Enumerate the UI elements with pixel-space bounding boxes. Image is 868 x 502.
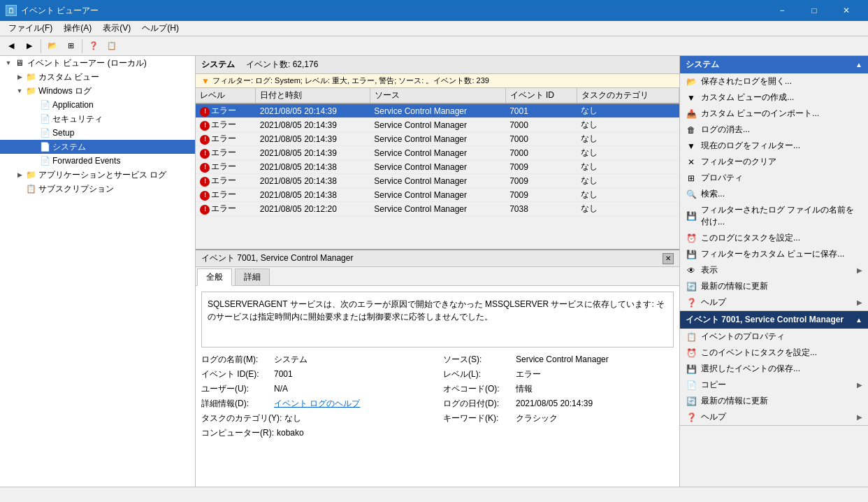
- tree-windows-log[interactable]: ▼ 📁 Windows ログ: [0, 84, 195, 98]
- tree-custom-view[interactable]: ▶ 📁 カスタム ビュー: [0, 70, 195, 84]
- action-item-label: カスタム ビューの作成...: [701, 92, 862, 103]
- table-row[interactable]: ！エラー2021/08/05 20:14:38Service Control M…: [196, 188, 679, 202]
- cell-eventid: 7009: [505, 188, 577, 202]
- submenu-arrow-icon: ▶: [857, 381, 862, 389]
- col-category[interactable]: タスクのカテゴリ: [577, 88, 679, 103]
- action-item[interactable]: 📄コピー▶: [680, 377, 868, 393]
- tree-setup[interactable]: ▶ 📄 Setup: [0, 126, 195, 140]
- tree-root[interactable]: ▼ 🖥 イベント ビューアー (ローカル): [0, 56, 195, 70]
- cell-eventid: 7000: [505, 146, 577, 160]
- action-item-label: ヘルプ: [701, 411, 853, 423]
- action-item[interactable]: 💾選択したイベントの保存...: [680, 361, 868, 377]
- action-item-label: 選択したイベントの保存...: [701, 363, 862, 375]
- tree-security[interactable]: ▶ 📄 セキュリティ: [0, 112, 195, 126]
- tree-application[interactable]: ▶ 📄 Application: [0, 98, 195, 112]
- content-area: システム イベント数: 62,176 ▼ フィルター: ログ: System; …: [196, 56, 868, 487]
- subscription-label: サブスクリプション: [38, 183, 114, 195]
- menu-help[interactable]: ヘルプ(H): [136, 21, 185, 36]
- tree-subscription[interactable]: ▶ 📋 サブスクリプション: [0, 182, 195, 196]
- minimize-button[interactable]: −: [766, 0, 798, 21]
- table-row[interactable]: ！エラー2021/08/05 20:14:39Service Control M…: [196, 118, 679, 132]
- action-item[interactable]: ⏰このログにタスクを設定...: [680, 230, 868, 246]
- menu-view[interactable]: 表示(V): [97, 21, 136, 36]
- toolbar-grid[interactable]: ⊞: [62, 38, 79, 54]
- tab-general[interactable]: 全般: [197, 268, 232, 286]
- col-datetime[interactable]: 日付と時刻: [256, 88, 370, 103]
- table-row[interactable]: ！エラー2021/08/05 20:12:20Service Control M…: [196, 202, 679, 216]
- action-item[interactable]: 💾フィルターされたログ ファイルの名前を付け...: [680, 202, 868, 230]
- action-item[interactable]: ⏰このイベントにタスクを設定...: [680, 345, 868, 361]
- tab-detail[interactable]: 詳細: [235, 268, 270, 285]
- system-label: システム: [52, 141, 86, 153]
- menu-action[interactable]: 操作(A): [58, 21, 97, 36]
- table-row[interactable]: ！エラー2021/08/05 20:14:38Service Control M…: [196, 160, 679, 174]
- field-label: コンピューター(R):: [201, 427, 274, 439]
- tree-app-services[interactable]: ▶ 📁 アプリケーションとサービス ログ: [0, 168, 195, 182]
- field-value: 情報: [516, 383, 533, 395]
- refresh-icon: 🔄: [686, 396, 697, 407]
- col-eventid[interactable]: イベント ID: [505, 88, 577, 103]
- field-label: ソース(S):: [443, 354, 513, 366]
- setup-label: Setup: [52, 128, 74, 138]
- action-item[interactable]: 👁表示▶: [680, 262, 868, 278]
- cell-datetime: 2021/08/05 20:14:38: [256, 174, 370, 188]
- event-table-container[interactable]: レベル 日付と時刻 ソース イベント ID タスクのカテゴリ ！エラー2021/…: [196, 88, 679, 249]
- action-item[interactable]: 💾フィルターをカスタム ビューに保存...: [680, 246, 868, 262]
- col-source[interactable]: ソース: [370, 88, 505, 103]
- toolbar-open[interactable]: 📂: [44, 38, 61, 54]
- field-label: イベント ID(E):: [201, 368, 271, 380]
- action-item[interactable]: 🔍検索...: [680, 186, 868, 202]
- action-item[interactable]: ❓ヘルプ▶: [680, 294, 868, 310]
- action-item[interactable]: ▼現在のログをフィルター...: [680, 138, 868, 154]
- menu-file[interactable]: ファイル(F): [3, 21, 58, 36]
- toolbar-info[interactable]: 📋: [103, 38, 120, 54]
- action-item[interactable]: 📋イベントのプロパティ: [680, 329, 868, 345]
- maximize-button[interactable]: □: [798, 0, 830, 21]
- table-row[interactable]: ！エラー2021/08/05 20:14:39Service Control M…: [196, 146, 679, 160]
- cell-datetime: 2021/08/05 20:14:38: [256, 160, 370, 174]
- section-collapse-button[interactable]: ▲: [855, 316, 862, 324]
- toolbar-help[interactable]: ❓: [85, 38, 102, 54]
- field-value: 2021/08/05 20:14:39: [516, 399, 593, 408]
- field-value[interactable]: イベント ログのヘルプ: [274, 398, 360, 410]
- toolbar-back[interactable]: ◀: [3, 38, 20, 54]
- forwarded-icon: 📄: [39, 155, 50, 166]
- action-item[interactable]: 🔄最新の情報に更新: [680, 278, 868, 294]
- view-icon: 👁: [686, 265, 697, 276]
- tree-system[interactable]: ▶ 📄 システム: [0, 140, 195, 154]
- cell-category: なし: [577, 132, 679, 146]
- detail-field: ログの名前(M):システム: [201, 353, 432, 366]
- action-item[interactable]: 📥カスタム ビューのインポート...: [680, 106, 868, 122]
- toolbar-sep-2: [82, 39, 82, 53]
- action-item[interactable]: 🗑ログの消去...: [680, 122, 868, 138]
- action-item-label: 表示: [701, 264, 853, 276]
- action-item[interactable]: ✕フィルターのクリア: [680, 154, 868, 170]
- table-row[interactable]: ！エラー2021/08/05 20:14:39Service Control M…: [196, 103, 679, 118]
- action-item[interactable]: ⊞プロパティ: [680, 170, 868, 186]
- section-collapse-button[interactable]: ▲: [855, 61, 862, 69]
- action-item[interactable]: ▼カスタム ビューの作成...: [680, 89, 868, 106]
- save-icon: 💾: [686, 210, 697, 222]
- col-level[interactable]: レベル: [196, 88, 256, 103]
- windows-log-label: Windows ログ: [38, 85, 92, 97]
- close-button[interactable]: ✕: [830, 0, 862, 21]
- action-item[interactable]: ❓ヘルプ▶: [680, 409, 868, 425]
- title-bar: 🗒 イベント ビューアー − □ ✕: [0, 0, 868, 21]
- detail-message: SQLSERVERAGENT サービスは、次のエラーが原因で開始できなかった M…: [201, 292, 674, 347]
- cell-eventid: 7038: [505, 202, 577, 216]
- toolbar-forward[interactable]: ▶: [21, 38, 38, 54]
- window-title: イベント ビューアー: [21, 5, 766, 17]
- event-list-title: システム: [201, 59, 235, 71]
- cell-source: Service Control Manager: [370, 188, 505, 202]
- detail-panel: イベント 7001, Service Control Manager ✕ 全般 …: [196, 249, 679, 487]
- action-item[interactable]: 📂保存されたログを開く...: [680, 73, 868, 89]
- action-item-label: 検索...: [701, 188, 862, 200]
- toolbar-sep-1: [41, 39, 41, 53]
- tree-forwarded-events[interactable]: ▶ 📄 Forwarded Events: [0, 154, 195, 168]
- detail-close-button[interactable]: ✕: [663, 253, 674, 264]
- table-row[interactable]: ！エラー2021/08/05 20:14:39Service Control M…: [196, 132, 679, 146]
- status-bar: [0, 487, 868, 502]
- table-row[interactable]: ！エラー2021/08/05 20:14:38Service Control M…: [196, 174, 679, 188]
- detail-field: 詳細情報(D):イベント ログのヘルプ: [201, 397, 432, 410]
- action-item[interactable]: 🔄最新の情報に更新: [680, 393, 868, 409]
